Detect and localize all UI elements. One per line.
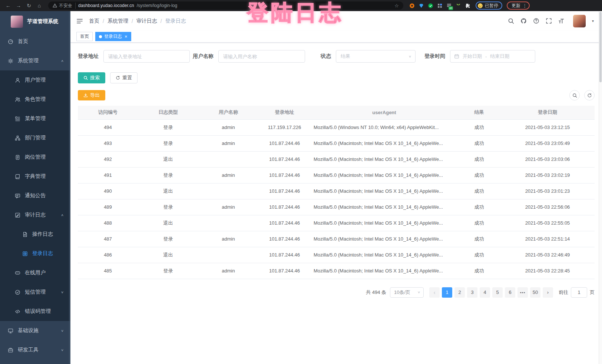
table-cell: 101.87.244.46 xyxy=(258,199,311,215)
table-cell: 2021-05-03 23:02:19 xyxy=(500,167,595,183)
update-label: 更新 xyxy=(512,3,520,9)
search-button[interactable]: 搜索 xyxy=(78,72,105,83)
profile-paused-pill[interactable]: 已暂停 xyxy=(476,1,502,10)
pager-page-4[interactable]: 4 xyxy=(480,287,490,298)
fullscreen-icon[interactable] xyxy=(546,18,552,24)
breadcrumb-item[interactable]: 系统管理 xyxy=(108,18,128,24)
toggle-search-button[interactable] xyxy=(569,90,580,100)
breadcrumb-separator: / xyxy=(103,18,104,24)
table-cell: admin xyxy=(198,119,258,135)
pager-page-1[interactable]: 1 xyxy=(442,287,452,298)
pager-prev-button[interactable]: ‹ xyxy=(429,287,440,298)
pager-page-3[interactable]: 3 xyxy=(467,287,477,298)
browser-home-icon[interactable]: ⌂ xyxy=(35,1,44,10)
sidebar-item-sms[interactable]: 短信管理∨ xyxy=(0,282,70,302)
update-pill[interactable]: 更新 ⋮ xyxy=(507,1,530,10)
browser-back-icon[interactable]: ← xyxy=(4,1,13,10)
username-input[interactable] xyxy=(218,50,305,63)
sidebar-item-menus[interactable]: 菜单管理 xyxy=(0,109,70,128)
sidebar-item-online-users[interactable]: 在线用户 xyxy=(0,263,70,282)
tab-close-icon[interactable]: × xyxy=(125,34,128,39)
errcode-icon xyxy=(15,309,20,314)
pager-page-2[interactable]: 2 xyxy=(454,287,465,298)
table-cell: 2021-05-03 23:03:06 xyxy=(500,151,595,167)
table-toolbar: 导出 xyxy=(78,90,595,100)
sidebar-item-error-codes[interactable]: 错误码管理 xyxy=(0,302,70,321)
font-size-icon[interactable] xyxy=(558,18,565,24)
sidebar-item-label: 研发工具 xyxy=(18,347,39,353)
extensions-puzzle-icon[interactable] xyxy=(465,3,470,9)
sidebar-item-depts[interactable]: 部门管理 xyxy=(0,128,70,148)
scrollbar-thumb[interactable] xyxy=(599,12,602,82)
pager-next-button[interactable]: › xyxy=(543,287,553,298)
reset-button[interactable]: 重置 xyxy=(110,72,138,83)
goto-page-input[interactable] xyxy=(571,287,587,298)
ext-grid-icon[interactable] xyxy=(437,3,443,9)
status-label: 状态 xyxy=(321,53,331,60)
table-cell: 489 xyxy=(78,199,138,215)
table-cell: 494 xyxy=(78,119,138,135)
ext-list-on-icon[interactable]: on xyxy=(446,3,452,9)
pager-page-5[interactable]: 5 xyxy=(492,287,503,298)
breadcrumb-item[interactable]: 首页 xyxy=(89,18,99,24)
sidebar-item-system[interactable]: 系统管理∧ xyxy=(0,51,70,70)
ext-green-check-icon[interactable] xyxy=(428,3,433,9)
avatar-caret-icon[interactable]: ▾ xyxy=(592,19,594,23)
sidebar-item-users[interactable]: 用户管理 xyxy=(0,70,70,90)
browser-reload-icon[interactable]: ↻ xyxy=(24,1,33,10)
sidebar-item-audit-log[interactable]: 审计日志∧ xyxy=(0,205,70,225)
tab-login-log[interactable]: 登录日志× xyxy=(95,32,131,41)
online-icon xyxy=(15,270,20,276)
sidebar-logo[interactable]: 芋道管理系统 xyxy=(0,11,70,32)
table-cell: 退出 xyxy=(138,151,198,167)
page-size-select[interactable]: 10条/页 ∨ xyxy=(390,287,424,298)
table-cell: 退出 xyxy=(138,215,198,231)
sidebar-item-home[interactable]: 首页 xyxy=(0,32,70,51)
status-select[interactable]: 结果 ∨ xyxy=(336,50,416,63)
sidebar-item-posts[interactable]: 岗位管理 xyxy=(0,148,70,167)
sidebar-item-infra[interactable]: 基础设施∨ xyxy=(0,321,70,340)
sidebar-item-notices[interactable]: 通知公告 xyxy=(0,186,70,205)
search-icon[interactable] xyxy=(508,18,514,24)
ext-gem-icon[interactable] xyxy=(419,3,424,9)
export-button[interactable]: 导出 xyxy=(78,90,105,100)
breadcrumb-item[interactable]: 审计日志 xyxy=(136,18,157,24)
column-header: 访问编号 xyxy=(78,106,138,119)
dict-icon xyxy=(15,174,20,179)
warning-icon xyxy=(53,3,57,8)
ext-plant-icon[interactable] xyxy=(456,3,461,9)
ext-orange-icon[interactable] xyxy=(409,3,415,9)
login-log-table: 访问编号日志类型用户名称登录地址userAgent结果登录日期 494登录adm… xyxy=(78,106,595,279)
doc-icon xyxy=(22,232,28,237)
bookmark-star-icon[interactable]: ☆ xyxy=(394,3,399,9)
sidebar-item-operate-log[interactable]: 操作日志 xyxy=(0,225,70,244)
refresh-table-button[interactable] xyxy=(584,90,595,100)
pager-ellipsis[interactable]: ••• xyxy=(517,287,528,298)
table-cell: Mozilla/5.0 (Macintosh; Intel Mac OS X 1… xyxy=(311,231,458,247)
dashboard-icon xyxy=(8,39,13,44)
chevron-down-icon: ∨ xyxy=(61,329,64,332)
table-cell: 登录 xyxy=(138,167,198,183)
github-icon[interactable] xyxy=(520,18,527,24)
address-bar[interactable]: 不安全 dashboard.yudao.iocoder.cn/system/lo… xyxy=(48,1,403,10)
browser-forward-icon[interactable]: → xyxy=(14,1,23,10)
sidebar-menu: 首页系统管理∧用户管理角色管理菜单管理部门管理岗位管理字典管理通知公告审计日志∧… xyxy=(0,32,70,360)
browser-menu-icon[interactable]: ⋮ xyxy=(522,3,527,9)
navbar: 首页/系统管理/审计日志/登录日志 ▾ xyxy=(70,11,602,31)
login-time-range-picker[interactable]: 开始日期 - 结束日期 xyxy=(450,50,535,63)
tab-home[interactable]: 首页 xyxy=(76,32,93,41)
security-chip[interactable]: 不安全 xyxy=(53,3,76,9)
help-icon[interactable] xyxy=(533,18,539,24)
login-address-input[interactable] xyxy=(103,50,190,63)
pager-page-6[interactable]: 6 xyxy=(505,287,515,298)
page-scrollbar[interactable] xyxy=(599,11,602,364)
pager-page-50[interactable]: 50 xyxy=(530,287,540,298)
sidebar-item-login-log[interactable]: 登录日志 xyxy=(0,244,70,263)
sms-icon xyxy=(15,289,20,295)
sidebar-item-dicts[interactable]: 字典管理 xyxy=(0,167,70,186)
user-avatar[interactable] xyxy=(573,15,586,27)
sidebar-item-roles[interactable]: 角色管理 xyxy=(0,90,70,109)
sidebar-item-dev-tools[interactable]: 研发工具∨ xyxy=(0,340,70,360)
hamburger-icon[interactable] xyxy=(76,18,83,24)
sidebar: 芋道管理系统 首页系统管理∧用户管理角色管理菜单管理部门管理岗位管理字典管理通知… xyxy=(0,11,70,364)
